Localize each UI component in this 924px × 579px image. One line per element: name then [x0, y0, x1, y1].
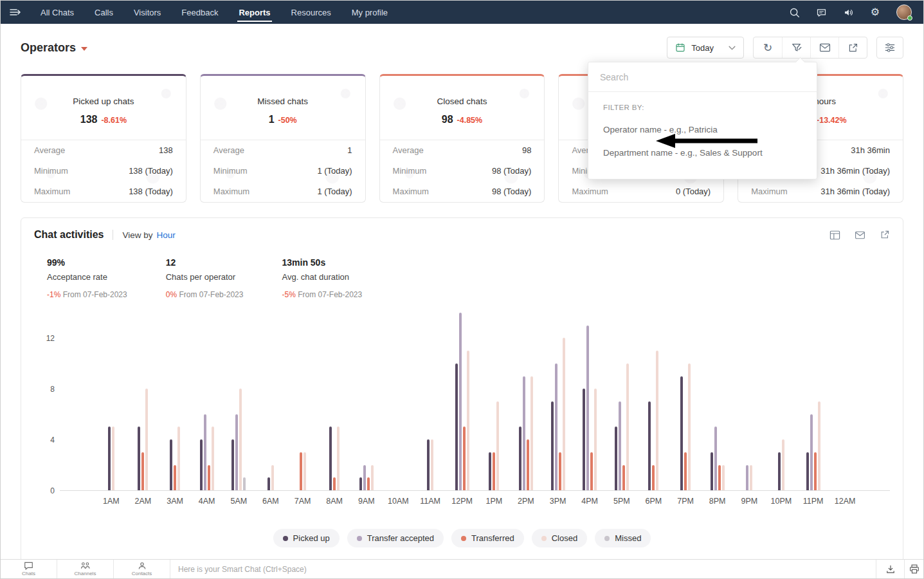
legend-item-missed[interactable]: Missed [595, 529, 651, 547]
bar-transferred[interactable] [559, 452, 561, 490]
nav-item-feedback[interactable]: Feedback [171, 1, 228, 24]
filter-search-input[interactable] [588, 62, 817, 92]
refresh-icon[interactable]: ↻ [754, 37, 782, 58]
bottom-tab-contacts[interactable]: Contacts [114, 560, 170, 578]
bar-transfer-accepted[interactable] [363, 465, 366, 490]
bar-closed[interactable] [112, 427, 114, 490]
legend-item-transferred[interactable]: Transferred [451, 529, 524, 547]
download-icon[interactable] [876, 560, 904, 578]
collapse-menu-icon[interactable] [1, 8, 30, 17]
legend-item-transfer-accepted[interactable]: Transfer accepted [347, 529, 444, 547]
user-avatar[interactable] [896, 5, 912, 20]
bar-picked-up[interactable] [455, 363, 458, 490]
chat-feedback-icon[interactable] [815, 6, 827, 18]
export-icon[interactable] [838, 37, 867, 58]
bar-closed[interactable] [782, 439, 784, 490]
bar-closed[interactable] [303, 452, 306, 490]
bar-closed[interactable] [467, 351, 469, 490]
bar-picked-up[interactable] [359, 477, 362, 490]
bar-picked-up[interactable] [583, 389, 585, 490]
bar-closed[interactable] [750, 465, 752, 490]
bar-transfer-accepted[interactable] [619, 401, 621, 490]
search-icon[interactable] [788, 6, 800, 18]
bar-picked-up[interactable] [427, 439, 430, 490]
nav-item-my-profile[interactable]: My profile [341, 1, 398, 24]
bar-closed[interactable] [496, 401, 499, 490]
filter-icon[interactable] [782, 37, 810, 58]
bar-transferred[interactable] [590, 452, 593, 490]
bar-closed[interactable] [563, 338, 565, 490]
bar-picked-up[interactable] [551, 401, 554, 490]
bar-picked-up[interactable] [108, 427, 111, 490]
bar-picked-up[interactable] [615, 427, 617, 490]
card-view-icon[interactable] [829, 230, 840, 240]
bar-closed[interactable] [177, 427, 180, 490]
bar-closed[interactable] [212, 427, 214, 490]
bar-picked-up[interactable] [267, 477, 270, 490]
bar-closed[interactable] [626, 363, 629, 490]
bar-transferred[interactable] [463, 427, 466, 490]
bar-picked-up[interactable] [329, 427, 332, 490]
bar-closed[interactable] [337, 427, 340, 490]
bar-closed[interactable] [722, 465, 725, 490]
bar-transferred[interactable] [622, 465, 625, 490]
export-icon[interactable] [880, 230, 890, 240]
legend-item-picked-up[interactable]: Picked up [273, 529, 340, 547]
printer-icon[interactable] [904, 560, 923, 578]
customize-columns-icon[interactable] [876, 37, 903, 59]
bar-transfer-accepted[interactable] [523, 376, 525, 490]
bar-transferred[interactable] [684, 452, 687, 490]
bar-closed[interactable] [271, 465, 274, 490]
nav-item-all-chats[interactable]: All Chats [30, 1, 84, 24]
bar-transferred[interactable] [208, 465, 210, 490]
mail-icon[interactable] [855, 230, 865, 240]
bar-transferred[interactable] [174, 465, 176, 490]
bar-transferred[interactable] [527, 439, 529, 490]
bar-picked-up[interactable] [648, 401, 651, 490]
bar-closed[interactable] [530, 376, 533, 490]
bar-transfer-accepted[interactable] [459, 313, 462, 490]
bar-closed[interactable] [371, 465, 374, 490]
bar-transfer-accepted[interactable] [746, 465, 748, 490]
bar-picked-up[interactable] [680, 376, 683, 490]
bar-closed[interactable] [688, 363, 691, 490]
nav-item-resources[interactable]: Resources [281, 1, 341, 24]
bar-picked-up[interactable] [806, 452, 809, 490]
bar-closed[interactable] [594, 389, 597, 490]
bar-transferred[interactable] [718, 465, 721, 490]
report-type-dropdown[interactable]: Operators [21, 41, 87, 55]
bar-picked-up[interactable] [231, 439, 234, 490]
bar-transferred[interactable] [367, 477, 370, 490]
bar-transfer-accepted[interactable] [204, 414, 206, 490]
speaker-icon[interactable] [842, 6, 854, 18]
nav-item-visitors[interactable]: Visitors [123, 1, 171, 24]
bar-picked-up[interactable] [200, 439, 203, 490]
bar-picked-up[interactable] [519, 427, 521, 490]
bar-picked-up[interactable] [170, 439, 172, 490]
bar-transfer-accepted[interactable] [714, 427, 717, 490]
bar-closed[interactable] [239, 389, 242, 490]
bar-transfer-accepted[interactable] [235, 414, 238, 490]
nav-item-calls[interactable]: Calls [84, 1, 123, 24]
bar-picked-up[interactable] [711, 452, 713, 490]
bar-picked-up[interactable] [138, 427, 140, 490]
bar-picked-up[interactable] [778, 452, 781, 490]
bar-closed[interactable] [431, 439, 433, 490]
nav-item-reports[interactable]: Reports [228, 1, 280, 24]
bar-picked-up[interactable] [489, 452, 491, 490]
filter-option-department-name[interactable]: Department name - e.g., Sales & Support [603, 148, 802, 158]
bar-transfer-accepted[interactable] [555, 363, 557, 490]
bar-missed[interactable] [243, 477, 246, 490]
bottom-tab-channels[interactable]: Channels [57, 560, 114, 578]
gear-icon[interactable]: ⚙ [869, 6, 881, 18]
bar-transferred[interactable] [300, 452, 302, 490]
bar-closed[interactable] [656, 351, 658, 490]
bar-transfer-accepted[interactable] [810, 414, 813, 490]
bar-closed[interactable] [145, 389, 148, 490]
legend-item-closed[interactable]: Closed [532, 529, 587, 547]
view-by-hour-link[interactable]: Hour [157, 230, 176, 240]
bar-transferred[interactable] [333, 477, 336, 490]
mail-icon[interactable] [810, 37, 838, 58]
bar-transfer-accepted[interactable] [586, 326, 589, 490]
bar-transferred[interactable] [814, 452, 817, 490]
